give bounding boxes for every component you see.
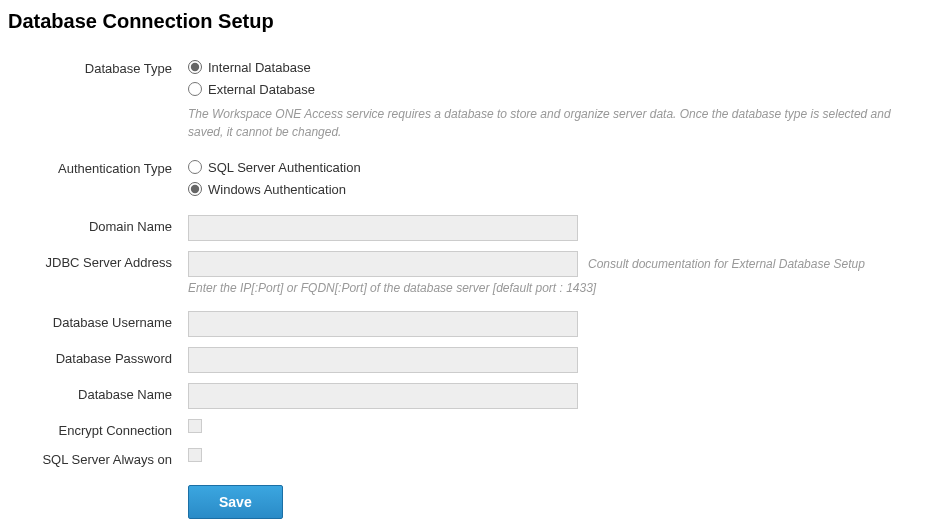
jdbc-below-hint: Enter the IP[:Port] or FQDN[:Port] of th…	[188, 281, 938, 295]
db-username-input[interactable]	[188, 311, 578, 337]
database-type-external-label[interactable]: External Database	[208, 82, 315, 97]
encrypt-label: Encrypt Connection	[8, 419, 188, 438]
db-password-label: Database Password	[8, 347, 188, 366]
jdbc-address-label: JDBC Server Address	[8, 251, 188, 270]
db-name-label: Database Name	[8, 383, 188, 402]
auth-type-sql-radio[interactable]	[188, 160, 202, 174]
auth-type-sql-label[interactable]: SQL Server Authentication	[208, 160, 361, 175]
auth-type-windows-label[interactable]: Windows Authentication	[208, 182, 346, 197]
db-password-input[interactable]	[188, 347, 578, 373]
page-title: Database Connection Setup	[8, 10, 938, 33]
db-name-input[interactable]	[188, 383, 578, 409]
always-on-label: SQL Server Always on	[8, 448, 188, 467]
database-type-internal-label[interactable]: Internal Database	[208, 60, 311, 75]
db-username-label: Database Username	[8, 311, 188, 330]
jdbc-side-hint: Consult documentation for External Datab…	[588, 257, 865, 271]
database-type-hint: The Workspace ONE Access service require…	[188, 105, 928, 141]
encrypt-checkbox[interactable]	[188, 419, 202, 433]
database-type-internal-radio[interactable]	[188, 60, 202, 74]
database-type-label: Database Type	[8, 57, 188, 76]
always-on-checkbox[interactable]	[188, 448, 202, 462]
database-type-external-radio[interactable]	[188, 82, 202, 96]
auth-type-windows-radio[interactable]	[188, 182, 202, 196]
domain-name-input[interactable]	[188, 215, 578, 241]
jdbc-address-input[interactable]	[188, 251, 578, 277]
auth-type-label: Authentication Type	[8, 157, 188, 176]
save-button[interactable]: Save	[188, 485, 283, 519]
domain-name-label: Domain Name	[8, 215, 188, 234]
